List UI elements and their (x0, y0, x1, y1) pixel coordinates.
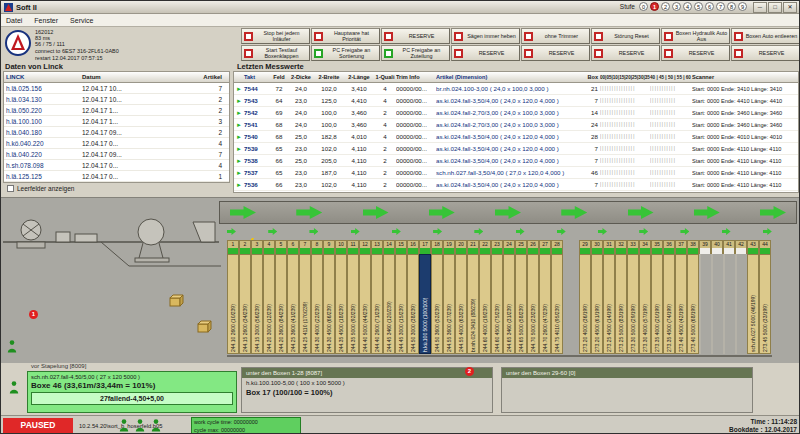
menu-item[interactable]: Fenster (34, 17, 58, 24)
sorting-box[interactable]: 21 br.nh.024 3410 (88/239) (467, 240, 479, 354)
sorting-box[interactable]: 38 273.40 5000 (68/199) (687, 240, 699, 354)
messwerte-row[interactable]: 7543 64 23,0 125,0 4,410 4 00000/00... a… (234, 95, 798, 107)
sorting-box[interactable]: 17 h.kü.100 5000 (100/100) (419, 240, 431, 354)
sorting-box[interactable]: 28 244.75 4010 (95/239) (551, 240, 563, 354)
toolbar-button[interactable]: Boxen Auto entleeren (731, 28, 800, 44)
messwerte-row[interactable]: 7537 65 23,0 187,0 4,110 2 00000/00... s… (234, 167, 798, 179)
sorting-box[interactable]: 9 244.30 4500 (66/239) (323, 240, 335, 354)
messwerte-row[interactable]: 7544 72 24,0 102,0 3,410 4 00000/00... b… (234, 83, 798, 95)
sorting-box[interactable]: 30 273.20 4500 (61/199) (591, 240, 603, 354)
toolbar-button[interactable]: Störung Reset (591, 28, 660, 44)
sorting-box[interactable]: 31 273.25 4500 (14/199) (603, 240, 615, 354)
sorting-box[interactable]: 43 sch.nh.027 5000 (46/199) (747, 240, 759, 354)
toolbar-button[interactable]: Boxen Hydraulik Auto Aus (661, 28, 730, 44)
stufe-level-button[interactable]: 2 (661, 2, 670, 11)
linck-row[interactable]: h.lä.034.130 12.04.17 10... 2 (4, 94, 229, 105)
toolbar-button[interactable]: PC Freigabe an Sortierung (311, 45, 380, 61)
sorting-box[interactable]: 11 244.35 5000 (92/239) (347, 240, 359, 354)
sorting-box[interactable]: 33 273.30 5000 (29/199) (627, 240, 639, 354)
leerfelder-checkbox[interactable] (7, 185, 14, 192)
messwerte-row[interactable]: 7536 66 23,0 102,0 4,110 2 00000/00... a… (234, 179, 798, 191)
sorting-box[interactable]: 6 244.25 3600 (41/239) (287, 240, 299, 354)
sorting-box[interactable]: 39 (699, 240, 711, 354)
messwerte-row[interactable]: 7538 66 25,0 205,0 4,110 2 00000/00... a… (234, 155, 798, 167)
stufe-level-button[interactable]: 3 (672, 2, 681, 11)
sorting-box[interactable]: 40 (711, 240, 723, 354)
stufe-level-button[interactable]: 9 (738, 2, 747, 11)
toolbar-button[interactable]: Start Testlauf Boxenklappen (241, 45, 310, 61)
sorting-box[interactable]: 36 273.35 4500 (74/199) (663, 240, 675, 354)
sorting-box[interactable]: 7 244.25 4110 (170/239) (299, 240, 311, 354)
stufe-level-button[interactable]: 4 (683, 2, 692, 11)
laenge-cell: 3,410 (344, 85, 374, 92)
toolbar-button[interactable]: RESERVE (451, 45, 520, 61)
linck-row[interactable]: h.lä.125.125 12.04.17 0... 1 (4, 171, 229, 182)
toolbar-button[interactable]: ohne Trimmer (521, 28, 590, 44)
sorting-box[interactable]: 4 244.20 3000 (12/239) (263, 240, 275, 354)
sorting-box[interactable]: 34 273.30 4000 (57/199) (639, 240, 651, 354)
stufe-level-button[interactable]: 0 (639, 2, 648, 11)
stufe-level-button[interactable]: 5 (694, 2, 703, 11)
sorting-box[interactable]: 14 244.45 3460 (120/239) (383, 240, 395, 354)
linck-row[interactable]: h.lä.100.100 12.04.17 1... 3 (4, 116, 229, 127)
linck-row[interactable]: h.lä.050.220 12.04.17 1... 2 (4, 105, 229, 116)
stufe-label: Stufe (620, 3, 635, 10)
sorting-box[interactable]: 18 244.50 3600 (52/239) (431, 240, 443, 354)
box-label: br.nh.024 3410 (88/239) (467, 254, 479, 354)
messwerte-row[interactable]: 7542 69 24,0 100,0 3,460 2 00000/00... a… (234, 107, 798, 119)
stufe-level-button[interactable]: 6 (705, 2, 714, 11)
messwerte-row[interactable]: 7540 68 25,0 182,8 4,010 4 00000/00... a… (234, 131, 798, 143)
menu-item[interactable]: Service (70, 17, 93, 24)
feed-arrow-icon (392, 228, 401, 235)
sorting-box[interactable]: 12 244.40 5000 (44/239) (359, 240, 371, 354)
messwerte-row[interactable]: 7539 65 23,0 102,0 4,110 2 00000/00... a… (234, 143, 798, 155)
sorting-box[interactable]: 37 273.40 4500 (42/199) (675, 240, 687, 354)
linck-row[interactable]: h.lä.040.180 12.04.17 09... 2 (4, 127, 229, 138)
sorting-box[interactable]: 44 273.45 5000 (33/199) (759, 240, 771, 354)
sorting-box[interactable]: 20 244.55 4000 (63/239) (455, 240, 467, 354)
sorting-box[interactable]: 41 (723, 240, 735, 354)
sorting-box[interactable]: 42 (735, 240, 747, 354)
sorting-box[interactable]: 19 244.55 3600 (27/239) (443, 240, 455, 354)
stufe-level-button[interactable]: 8 (727, 2, 736, 11)
maximize-button[interactable] (768, 2, 782, 13)
toolbar-button[interactable]: PC Freigabe an Zuteilung (381, 45, 450, 61)
toolbar-button[interactable]: Sägen immer heben (451, 28, 520, 44)
sorting-box[interactable]: 35 273.35 4000 (20/199) (651, 240, 663, 354)
toolbar-button[interactable]: Hauptware hat Priorität (311, 28, 380, 44)
sorting-box[interactable]: 25 244.65 5000 (58/239) (515, 240, 527, 354)
sorting-box[interactable]: 1 244.10 2600 (10/239) (227, 240, 239, 354)
sorting-box[interactable]: 3 244.15 3000 (56/239) (251, 240, 263, 354)
minimize-button[interactable] (753, 2, 767, 13)
menu-item[interactable]: Datei (6, 17, 22, 24)
sorting-box[interactable]: 5 244.20 3600 (84/239) (275, 240, 287, 354)
toolbar-button[interactable]: RESERVE (661, 45, 730, 61)
sorting-box[interactable]: 29 273.20 4000 (36/199) (579, 240, 591, 354)
sorting-box[interactable]: 8 244.30 4000 (22/239) (311, 240, 323, 354)
sorting-box[interactable]: 24 244.65 3460 (31/239) (503, 240, 515, 354)
toolbar-button[interactable]: RESERVE (381, 28, 450, 44)
linck-row[interactable]: h.lä.040.220 12.04.17 09... 7 (4, 149, 229, 160)
toolbar-button[interactable]: Stop bei jedem Inläufer (241, 28, 310, 44)
stufe-level-button[interactable]: 1 (650, 2, 659, 11)
sorting-box[interactable]: 13 244.40 2600 (71/239) (371, 240, 383, 354)
sorting-box[interactable]: 15 244.45 3000 (15/239) (395, 240, 407, 354)
sorting-box[interactable]: 32 273.25 5000 (83/199) (615, 240, 627, 354)
toolbar-button[interactable]: RESERVE (591, 45, 660, 61)
messwerte-row[interactable]: 7541 68 24,0 100,0 3,460 4 00000/00... a… (234, 119, 798, 131)
close-button[interactable] (783, 2, 797, 13)
sorting-box[interactable]: 2 244.15 2600 (34/239) (239, 240, 251, 354)
stufe-level-button[interactable]: 7 (716, 2, 725, 11)
sorting-box[interactable]: 16 244.50 3000 (38/239) (407, 240, 419, 354)
sorting-box[interactable]: 23 244.60 4500 (75/239) (491, 240, 503, 354)
linck-row[interactable]: h.sh.078.098 12.04.17 0... 4 (4, 160, 229, 171)
sorting-box[interactable]: 26 244.70 5000 (23/239) (527, 240, 539, 354)
sorting-box[interactable]: 22 244.60 4000 (19/239) (479, 240, 491, 354)
sorting-box[interactable]: 27 244.70 2600 (47/239) (539, 240, 551, 354)
col-feld: Feld (270, 74, 288, 80)
linck-row[interactable]: h.lä.025.156 12.04.17 10... 7 (4, 83, 229, 94)
sorting-box[interactable]: 10 244.35 4500 (18/239) (335, 240, 347, 354)
toolbar-button[interactable]: RESERVE (731, 45, 800, 61)
toolbar-button[interactable]: RESERVE (521, 45, 590, 61)
linck-row[interactable]: h.kö.040.220 12.04.17 0... 4 (4, 138, 229, 149)
